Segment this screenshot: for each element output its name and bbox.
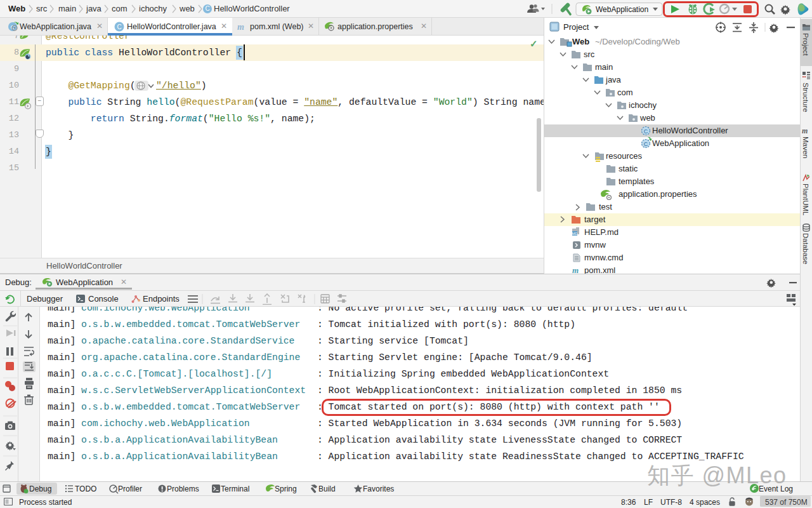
svg-text:WebApplication: WebApplication xyxy=(596,5,648,14)
svg-text:m: m xyxy=(802,126,808,135)
svg-text:m: m xyxy=(572,265,579,274)
svg-text:m: m xyxy=(237,22,244,32)
svg-text:MD: MD xyxy=(572,232,578,236)
svg-text:C: C xyxy=(644,141,648,147)
svg-text:C: C xyxy=(117,23,121,30)
svg-text:C: C xyxy=(644,128,648,135)
